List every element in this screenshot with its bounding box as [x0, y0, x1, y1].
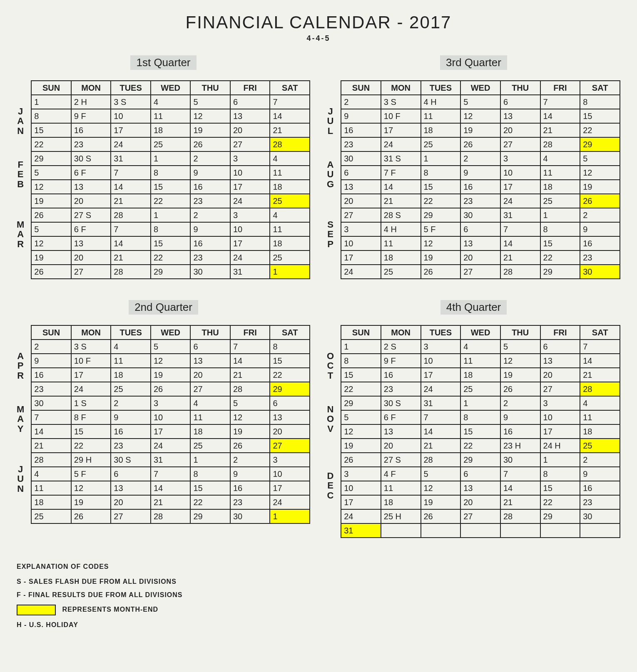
calendar-cell: 11 — [190, 410, 230, 424]
calendar-cell: 28 S — [381, 208, 421, 222]
calendar-cell: 19 — [71, 495, 111, 509]
month-label: JAN — [17, 94, 24, 148]
calendar-cell: 17 — [381, 123, 421, 137]
calendar-cell: 24 — [500, 194, 540, 208]
day-header: WED — [151, 81, 191, 95]
calendar-cell: 30 S — [381, 396, 421, 410]
calendar-cell: 13 — [230, 109, 270, 123]
calendar-cell: 31 S — [381, 151, 421, 166]
calendar-cell: 19 — [500, 368, 540, 382]
calendar-cell: 13 — [540, 354, 580, 368]
calendar-cell: 22 — [540, 250, 580, 265]
calendar-cell: 1 — [151, 151, 191, 166]
legend-h: H - U.S. HOLIDAY — [17, 621, 620, 629]
calendar-cell: 10 — [341, 481, 381, 495]
calendar-cell: 7 — [230, 340, 270, 354]
calendar-cell: 13 — [190, 354, 230, 368]
calendar-cell: 10 — [500, 166, 540, 180]
legend-month-end-label: REPRESENTS MONTH-END — [62, 606, 158, 613]
calendar-cell: 10 F — [381, 109, 421, 123]
calendar-cell: 15 — [31, 123, 71, 137]
calendar-cell: 8 — [151, 166, 191, 180]
calendar-cell: 21 — [540, 123, 580, 137]
calendar-cell: 28 — [580, 382, 620, 396]
calendar-cell: 27 S — [381, 453, 421, 467]
calendar-cell: 10 — [341, 236, 381, 250]
calendar-cell: 27 — [111, 509, 151, 523]
calendar-cell: 24 — [230, 250, 270, 265]
calendar-cell: 5 F — [71, 467, 111, 481]
calendar-cell: 24 — [421, 382, 461, 396]
calendar-cell: 9 — [190, 222, 230, 236]
day-header: SAT — [580, 81, 620, 95]
calendar-cell: 22 — [190, 495, 230, 509]
calendar-cell: 20 — [111, 495, 151, 509]
calendar-table: SUNMONTUESWEDTHUFRISAT12 S3456789 F10111… — [334, 325, 620, 538]
calendar-cell — [381, 523, 421, 538]
calendar-cell: 11 — [270, 222, 310, 236]
calendar-cell: 3 — [230, 151, 270, 166]
calendar-cell: 18 — [270, 180, 310, 194]
calendar-cell: 4 — [151, 95, 191, 109]
calendar-cell: 1 S — [71, 396, 111, 410]
calendar-cell: 9 F — [71, 109, 111, 123]
calendar-cell: 18 — [381, 495, 421, 509]
calendar-cell: 20 — [540, 368, 580, 382]
calendar-cell: 12 — [151, 354, 191, 368]
month-label: MAY — [17, 392, 24, 446]
day-header: SAT — [270, 81, 310, 95]
calendar-cell: 22 — [540, 495, 580, 509]
calendar-cell: 12 — [31, 236, 71, 250]
calendar-cell: 27 — [460, 509, 500, 523]
calendar-cell: 21 — [421, 439, 461, 453]
calendar-cell: 26 — [500, 382, 540, 396]
quarter: 3rd QuarterJULAUGSEPSUNMONTUESWEDTHUFRIS… — [327, 55, 620, 279]
quarter-title: 4th Quarter — [440, 300, 507, 315]
calendar-cell: 28 — [151, 509, 191, 523]
calendar-cell: 16 — [190, 180, 230, 194]
day-header: FRI — [230, 325, 270, 340]
calendar-cell: 3 — [341, 467, 381, 481]
calendar-cell: 15 — [270, 354, 310, 368]
calendar-cell: 23 — [580, 250, 620, 265]
calendar-cell: 9 — [190, 166, 230, 180]
calendar-cell: 24 H — [540, 439, 580, 453]
calendar-cell: 18 — [31, 495, 71, 509]
calendar-cell: 15 — [540, 481, 580, 495]
calendar-cell: 14 — [500, 481, 540, 495]
calendar-cell: 23 — [460, 194, 500, 208]
calendar-cell: 1 — [421, 151, 461, 166]
calendar-cell: 5 — [230, 396, 270, 410]
calendar-cell: 15 — [421, 180, 461, 194]
calendar-cell: 23 — [381, 382, 421, 396]
calendar-cell: 3 — [540, 396, 580, 410]
page-title: FINANCIAL CALENDAR - 2017 — [17, 12, 620, 32]
calendar-cell: 8 — [580, 95, 620, 109]
calendar-cell: 4 H — [421, 95, 461, 109]
calendar-cell: 2 — [500, 396, 540, 410]
calendar-cell: 27 — [500, 137, 540, 151]
calendar-cell: 8 — [270, 340, 310, 354]
calendar-cell: 16 — [31, 368, 71, 382]
calendar-cell: 10 — [230, 222, 270, 236]
calendar-cell: 10 — [421, 354, 461, 368]
calendar-cell: 10 — [230, 166, 270, 180]
calendar-cell: 17 — [341, 250, 381, 265]
calendar-cell: 5 — [31, 166, 71, 180]
month-end-swatch — [17, 605, 56, 615]
calendar-cell: 17 — [230, 236, 270, 250]
calendar-cell: 24 — [341, 509, 381, 523]
calendar-cell: 5 — [460, 95, 500, 109]
calendar-cell: 12 — [341, 424, 381, 439]
calendar-cell: 5 F — [421, 222, 461, 236]
calendar-cell: 21 — [500, 495, 540, 509]
calendar-cell: 28 — [270, 137, 310, 151]
calendar-cell: 20 — [190, 368, 230, 382]
day-header: FRI — [230, 81, 270, 95]
calendar-cell: 16 — [580, 236, 620, 250]
calendar-cell: 13 — [460, 236, 500, 250]
calendar-cell: 19 — [341, 439, 381, 453]
calendar-cell: 7 — [31, 410, 71, 424]
day-header: MON — [381, 325, 421, 340]
calendar-cell: 29 — [341, 396, 381, 410]
